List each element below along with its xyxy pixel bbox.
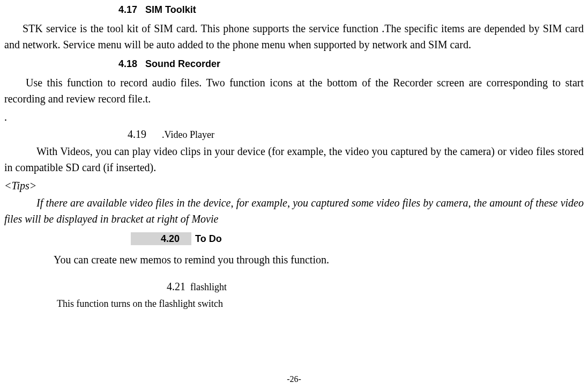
heading-title: To Do [195,233,222,244]
heading-flashlight: 4.21 flashlight [167,278,584,295]
page-number: -26- [0,373,588,386]
heading-title: flashlight [190,282,227,292]
heading-number: 4.20 [131,232,191,245]
heading-number: 4.21 [167,281,185,292]
heading-number: 4.18 [118,58,137,69]
stray-dot: . [4,109,584,125]
heading-sim-toolkit: 4.17 SIM Toolkit [118,3,584,17]
tips-label: <Tips> [4,178,584,194]
heading-to-do: 4.20 To Do [131,230,584,246]
tips-body: If there are available video files in th… [4,195,584,227]
paragraph-to-do: You can create new memos to remind you t… [4,252,584,268]
heading-sound-recorder: 4.18 Sound Recorder [118,57,584,71]
heading-number: 4.19 [128,128,146,140]
heading-title: SIM Toolkit [145,4,196,15]
paragraph-sound-recorder: Use this function to record audio files.… [4,75,584,107]
heading-number: 4.17 [118,4,137,15]
heading-video-player: 4.19 .Video Player [128,126,584,142]
paragraph-flashlight: This function turns on the flashlight sw… [57,297,584,311]
heading-title: .Video Player [162,129,214,140]
paragraph-video-player: With Videos, you can play video clips in… [4,143,584,175]
paragraph-sim-toolkit: STK service is the tool kit of SIM card.… [4,20,584,53]
heading-title: Sound Recorder [145,58,220,69]
